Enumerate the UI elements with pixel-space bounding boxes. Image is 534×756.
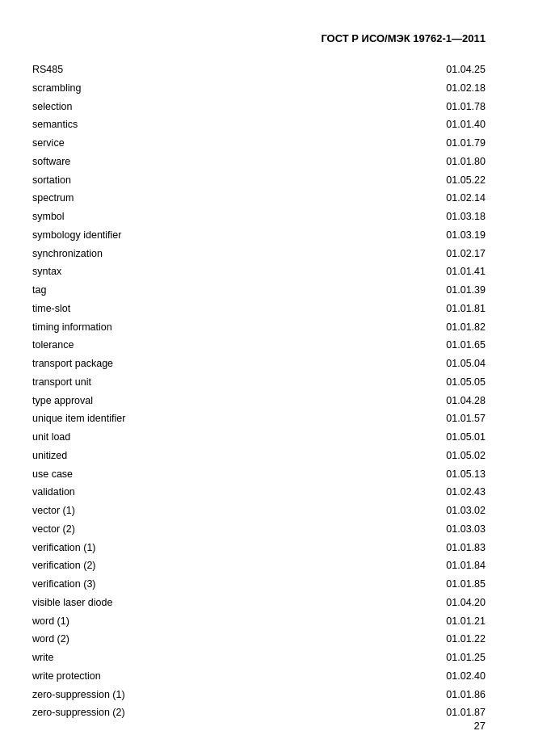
- table-row: transport unit01.05.05: [32, 373, 486, 392]
- term-cell: semantics: [32, 116, 350, 134]
- term-cell: vector (2): [32, 520, 350, 539]
- table-row: tag01.01.39: [32, 281, 486, 300]
- term-cell: zero-suppression (1): [32, 686, 350, 704]
- code-cell: 01.01.65: [350, 336, 486, 355]
- table-row: vector (2)01.03.03: [32, 520, 486, 539]
- table-row: use case01.05.13: [32, 465, 486, 484]
- code-cell: 01.05.01: [350, 428, 486, 447]
- table-row: validation01.02.43: [32, 483, 486, 502]
- term-cell: RS485: [32, 61, 350, 79]
- table-row: unique item identifier01.01.57: [32, 410, 486, 428]
- term-cell: synchronization: [32, 245, 350, 263]
- code-cell: 01.01.57: [350, 410, 486, 428]
- code-cell: 01.02.17: [350, 245, 486, 263]
- code-cell: 01.03.02: [350, 502, 486, 520]
- term-cell: vector (1): [32, 502, 350, 520]
- code-cell: 01.04.20: [350, 594, 486, 612]
- term-cell: tag: [32, 281, 350, 300]
- table-row: word (2)01.01.22: [32, 630, 486, 649]
- code-cell: 01.03.03: [350, 520, 486, 539]
- code-cell: 01.02.40: [350, 667, 486, 686]
- code-cell: 01.02.43: [350, 483, 486, 502]
- term-cell: unique item identifier: [32, 410, 350, 428]
- table-row: verification (2)01.01.84: [32, 556, 486, 575]
- code-cell: 01.01.82: [350, 318, 486, 337]
- term-cell: selection: [32, 98, 350, 116]
- code-cell: 01.01.79: [350, 134, 486, 153]
- table-row: type approval01.04.28: [32, 392, 486, 410]
- table-row: zero-suppression (2)01.01.87: [32, 704, 486, 722]
- code-cell: 01.01.86: [350, 686, 486, 704]
- term-cell: scrambling: [32, 79, 350, 98]
- table-row: timing information01.01.82: [32, 318, 486, 337]
- table-row: syntax01.01.41: [32, 262, 486, 281]
- table-row: verification (1)01.01.83: [32, 539, 486, 557]
- table-row: time-slot01.01.81: [32, 300, 486, 318]
- table-row: selection01.01.78: [32, 98, 486, 116]
- term-cell: zero-suppression (2): [32, 704, 350, 722]
- term-cell: verification (1): [32, 539, 350, 557]
- term-cell: validation: [32, 483, 350, 502]
- table-row: spectrum01.02.14: [32, 189, 486, 208]
- code-cell: 01.03.19: [350, 226, 486, 245]
- code-cell: 01.01.85: [350, 575, 486, 594]
- table-row: RS48501.04.25: [32, 61, 486, 79]
- table-row: word (1)01.01.21: [32, 612, 486, 631]
- code-cell: 01.01.40: [350, 116, 486, 134]
- page-number: 27: [474, 720, 486, 732]
- code-cell: 01.01.39: [350, 281, 486, 300]
- term-cell: tolerance: [32, 336, 350, 355]
- code-cell: 01.05.05: [350, 373, 486, 392]
- table-row: synchronization01.02.17: [32, 245, 486, 263]
- term-cell: unit load: [32, 428, 350, 447]
- term-cell: software: [32, 153, 350, 171]
- term-cell: time-slot: [32, 300, 350, 318]
- term-cell: use case: [32, 465, 350, 484]
- table-row: sortation01.05.22: [32, 171, 486, 190]
- code-cell: 01.01.81: [350, 300, 486, 318]
- code-cell: 01.04.25: [350, 61, 486, 79]
- table-row: write protection01.02.40: [32, 667, 486, 686]
- table-row: unit load01.05.01: [32, 428, 486, 447]
- code-cell: 01.01.78: [350, 98, 486, 116]
- code-cell: 01.05.04: [350, 355, 486, 373]
- term-cell: sortation: [32, 171, 350, 190]
- code-cell: 01.01.84: [350, 556, 486, 575]
- table-row: visible laser diode01.04.20: [32, 594, 486, 612]
- term-cell: spectrum: [32, 189, 350, 208]
- term-cell: word (1): [32, 612, 350, 631]
- table-row: unitized01.05.02: [32, 447, 486, 465]
- code-cell: 01.01.80: [350, 153, 486, 171]
- term-cell: verification (2): [32, 556, 350, 575]
- code-cell: 01.05.13: [350, 465, 486, 484]
- table-row: write01.01.25: [32, 649, 486, 667]
- page-header: ГОСТ Р ИСО/МЭК 19762-1—2011: [32, 32, 486, 44]
- code-cell: 01.01.25: [350, 649, 486, 667]
- code-cell: 01.01.21: [350, 612, 486, 631]
- term-cell: symbology identifier: [32, 226, 350, 245]
- term-cell: visible laser diode: [32, 594, 350, 612]
- table-row: software01.01.80: [32, 153, 486, 171]
- term-cell: transport unit: [32, 373, 350, 392]
- term-cell: syntax: [32, 262, 350, 281]
- term-cell: write: [32, 649, 350, 667]
- code-cell: 01.01.41: [350, 262, 486, 281]
- table-row: zero-suppression (1)01.01.86: [32, 686, 486, 704]
- document-title: ГОСТ Р ИСО/МЭК 19762-1—2011: [321, 32, 486, 44]
- code-cell: 01.02.14: [350, 189, 486, 208]
- term-cell: verification (3): [32, 575, 350, 594]
- index-table: RS48501.04.25scrambling01.02.18selection…: [32, 61, 486, 722]
- page: ГОСТ Р ИСО/МЭК 19762-1—2011 RS48501.04.2…: [0, 0, 534, 756]
- table-row: symbol01.03.18: [32, 208, 486, 226]
- term-cell: transport package: [32, 355, 350, 373]
- code-cell: 01.01.22: [350, 630, 486, 649]
- table-row: transport package01.05.04: [32, 355, 486, 373]
- term-cell: symbol: [32, 208, 350, 226]
- table-row: scrambling01.02.18: [32, 79, 486, 98]
- table-row: symbology identifier01.03.19: [32, 226, 486, 245]
- code-cell: 01.05.22: [350, 171, 486, 190]
- table-row: service01.01.79: [32, 134, 486, 153]
- term-cell: service: [32, 134, 350, 153]
- code-cell: 01.03.18: [350, 208, 486, 226]
- code-cell: 01.05.02: [350, 447, 486, 465]
